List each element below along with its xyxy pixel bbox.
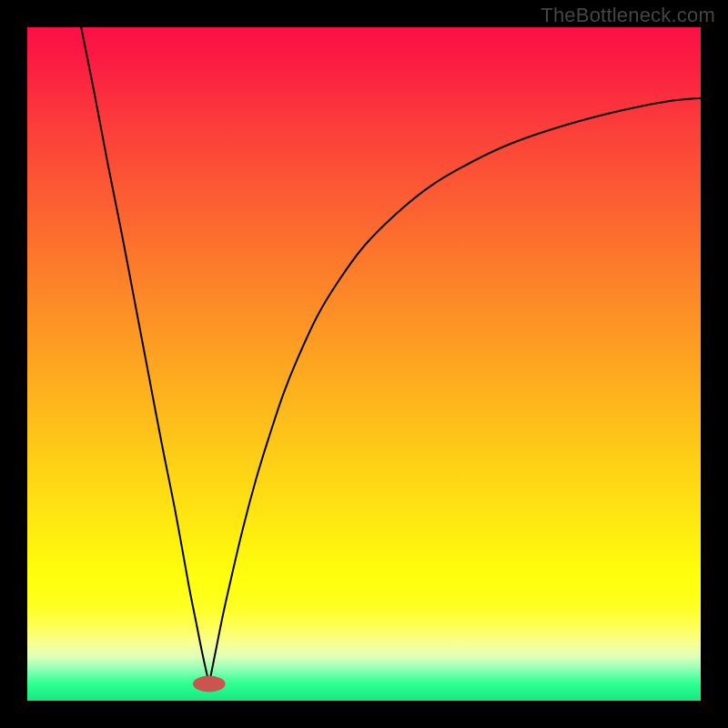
minimum-marker [193,676,226,693]
annotation-group [193,676,226,693]
watermark-text: TheBottleneck.com [541,4,715,27]
plot-svg [27,27,701,701]
chart-frame: TheBottleneck.com [0,0,728,728]
plot-area [27,27,701,701]
gradient-background [27,27,701,701]
